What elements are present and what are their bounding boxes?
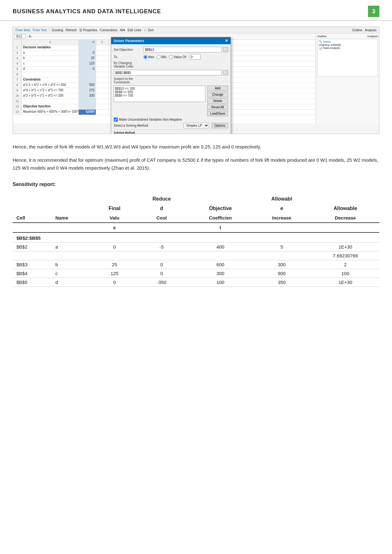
- cell-c-3[interactable]: [96, 56, 109, 61]
- cell-a-6[interactable]: [22, 72, 79, 77]
- th-empty-4: [189, 194, 252, 204]
- cell-a-11[interactable]: [22, 99, 79, 104]
- cell-c-10[interactable]: [96, 93, 109, 99]
- td-final_value-3: 125: [94, 269, 135, 278]
- cell-a-4[interactable]: c: [22, 61, 79, 66]
- cell-b-11[interactable]: [79, 99, 96, 104]
- td-allowable_increase-2: 300: [252, 260, 311, 269]
- td-reduced_cost-2: 0: [135, 260, 189, 269]
- connections-btn[interactable]: Connections: [100, 28, 118, 32]
- cell-c-1[interactable]: [96, 45, 109, 50]
- unconstrained-row: Make Unconstrained Variables Non-Negativ…: [114, 117, 228, 122]
- from-text-label[interactable]: From Text: [33, 28, 47, 32]
- td-allowable_increase-1: [252, 251, 311, 260]
- th-empty-2: [51, 194, 94, 204]
- name-box[interactable]: B13: [14, 34, 26, 39]
- cell-a-1[interactable]: Decision variables: [22, 45, 79, 50]
- delete-constraint-btn[interactable]: Delete: [207, 98, 228, 104]
- ungroup-btn[interactable]: Ungroup Subtotal: [319, 43, 377, 46]
- cell-b-3[interactable]: 25: [79, 56, 96, 61]
- reset-all-btn[interactable]: Reset All: [207, 105, 228, 110]
- cell-b-7[interactable]: [79, 77, 96, 82]
- th-name: Name: [51, 213, 94, 223]
- cell-b-2[interactable]: 0: [79, 51, 96, 56]
- cell-b-1[interactable]: [79, 45, 96, 50]
- th-reduce: Reduce: [135, 194, 189, 204]
- cell-c-2[interactable]: [96, 51, 109, 56]
- td-cell-4: $B$5: [13, 278, 51, 286]
- cell-b-5[interactable]: 0: [79, 67, 96, 72]
- constraint-1: $B$10 <= 200: [115, 87, 204, 90]
- cell-c-11[interactable]: [96, 99, 109, 104]
- unconstrained-checkbox[interactable]: [114, 117, 118, 122]
- outline-btn[interactable]: Outline: [352, 28, 362, 32]
- cell-a-2[interactable]: a: [22, 51, 79, 56]
- load-save-btn[interactable]: Load/Save: [207, 111, 228, 116]
- cell-a-7[interactable]: Constraints: [22, 77, 79, 82]
- value-of-input[interactable]: [189, 54, 201, 60]
- th-cost: Cost: [135, 213, 189, 223]
- cell-a-12[interactable]: Objective function: [22, 104, 79, 109]
- th-final-valu: Valu: [94, 213, 135, 223]
- options-btn[interactable]: Options: [212, 123, 228, 128]
- td-obj_coeff-1: [189, 251, 252, 260]
- cell-b-9[interactable]: 275: [79, 88, 96, 93]
- existing-conn[interactable]: Existing: [52, 28, 63, 32]
- objective-icon[interactable]: ⬜: [223, 47, 228, 52]
- radio-max[interactable]: Max: [143, 55, 154, 59]
- cell-c-4[interactable]: [96, 61, 109, 66]
- cell-c-6[interactable]: [96, 72, 109, 77]
- change-constraint-btn[interactable]: Change: [207, 92, 228, 97]
- radio-value[interactable]: Value Of:: [169, 55, 187, 59]
- cell-b-8[interactable]: 550: [79, 83, 96, 88]
- td-allowable_increase-4: 350: [252, 278, 311, 286]
- cell-a-8[interactable]: a*1.5 + b*2 + c*4 + d*3 <= 550: [22, 83, 79, 88]
- col-c-header: C: [96, 40, 109, 45]
- cell-b-10[interactable]: 200: [79, 93, 96, 99]
- changing-icon[interactable]: ⬜: [223, 70, 228, 75]
- cell-b-13[interactable]: 52500: [79, 110, 96, 115]
- changing-cells-input[interactable]: [114, 70, 222, 75]
- cell-b-4[interactable]: 125: [79, 61, 96, 66]
- cell-c-7[interactable]: [96, 77, 109, 82]
- solver-close-btn[interactable]: ✕: [225, 39, 228, 43]
- cell-c-13[interactable]: [96, 110, 109, 115]
- td-obj_coeff-0: 400: [189, 242, 252, 251]
- constraint-buttons: Add Change Delete Reset All Load/Save: [207, 86, 228, 116]
- cell-c-9[interactable]: [96, 88, 109, 93]
- objective-input[interactable]: [143, 47, 222, 52]
- col-a-header: A: [22, 40, 79, 45]
- data-analysis-btn[interactable]: 📊 Data Analysis: [319, 46, 377, 50]
- section-header-row: $B$2:$B$5: [13, 232, 379, 243]
- add-constraint-btn[interactable]: Add: [207, 86, 228, 91]
- sort-btn[interactable]: ↑↓ Sort: [144, 28, 154, 32]
- refresh-btn[interactable]: Refresh: [66, 28, 77, 32]
- analysis-btn[interactable]: Analysis: [365, 28, 377, 32]
- excel-toolbar: From Web From Text Existing Refresh ☰ Pr…: [13, 27, 379, 33]
- td-reduced_cost-3: 0: [135, 269, 189, 278]
- td-obj_coeff-2: 600: [189, 260, 252, 269]
- cell-a-10[interactable]: a*2 + b*3 + c*1 + d*2 <= 200: [22, 93, 79, 99]
- method-select[interactable]: Simplex LP: [184, 123, 209, 128]
- excel-area: From Web From Text Existing Refresh ☰ Pr…: [13, 27, 379, 134]
- cell-b-12[interactable]: [79, 104, 96, 109]
- cell-c-8[interactable]: [96, 83, 109, 88]
- edit-links-btn[interactable]: Edit Links: [128, 28, 141, 32]
- cell-c-12[interactable]: [96, 104, 109, 109]
- section-header-cell: $B$2:$B$5: [13, 232, 379, 243]
- cell-a-13[interactable]: Maximize 400*a + 600*b + 300*c+ 100*d: [22, 110, 79, 115]
- radio-min[interactable]: Min: [157, 55, 166, 59]
- cell-b-6[interactable]: [79, 72, 96, 77]
- from-web-label[interactable]: From Web: [15, 28, 30, 32]
- th-t: t: [189, 223, 252, 232]
- cell-c-5[interactable]: [96, 67, 109, 72]
- cell-a-5[interactable]: d: [22, 67, 79, 72]
- solver-body: Set Objective: ⬜ To: Max Min Value Of:: [111, 44, 231, 134]
- td-reduced_cost-1: [135, 251, 189, 260]
- th-empty-6: [13, 204, 51, 213]
- solver-title-bar: Solver Parameters ✕: [111, 37, 231, 44]
- cell-a-3[interactable]: b: [22, 56, 79, 61]
- all-btn[interactable]: All▾: [120, 28, 125, 32]
- cell-a-9[interactable]: a*4 + b*1 + c*2 + d*3 <= 700: [22, 88, 79, 93]
- properties-btn[interactable]: ☰ Properties: [79, 28, 97, 32]
